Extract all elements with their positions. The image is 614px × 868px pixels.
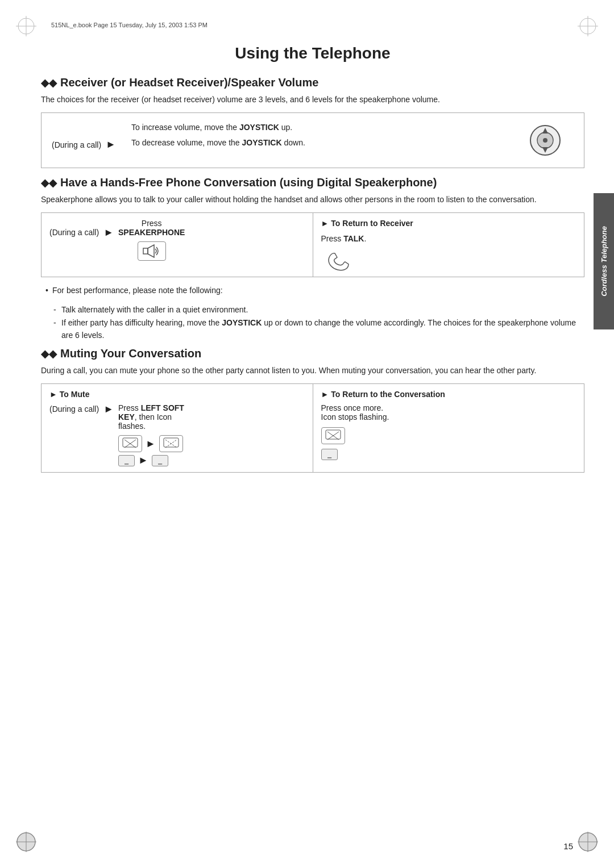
mute-icons-row: ► [118,435,184,452]
section3-diamonds: ◆◆ [41,348,57,360]
section2-heading: ◆◆ Have a Hands-Free Phone Conversation … [41,176,584,189]
section3-instructions: Press LEFT SOFT KEY, then Icon flashes. [118,403,184,466]
section3-heading-text: Muting Your Conversation [60,347,201,360]
corner-mark-tl [16,16,36,36]
page-number: 15 [563,841,573,851]
section3-box: ► To Mute (During a call) ► Press LEFT S… [41,383,584,473]
section3-arrow2: ► [146,438,156,450]
section3-arrow: ► [103,403,114,415]
section2-bullets: For best performance, please note the fo… [41,284,584,297]
page-title: Using the Telephone [41,44,584,62]
joystick-illustration [517,120,574,161]
page-container: 515NL_e.book Page 15 Tuesday, July 15, 2… [0,0,614,868]
section1-diamonds: ◆◆ [41,77,57,89]
section1-box: (During a call) ► To increase volume, mo… [41,112,584,168]
section3-box-left: ► To Mute (During a call) ► Press LEFT S… [41,383,313,473]
section1-during-label: (During a call) ► [52,120,120,153]
section2-sub-heading: ► To Return to Receiver [321,219,576,228]
mute-icon-1 [118,435,142,452]
file-info: 515NL_e.book Page 15 Tuesday, July 15, 2… [51,22,208,28]
side-tab-label: Cordless Telephone [600,226,608,297]
section2-speakerphone-content: Press SPEAKERPHONE [118,219,185,261]
press-talk-area: Press TALK. [321,232,576,246]
softkey-row: ⎯ ► ⎯ [118,454,184,466]
dash-item-1: Talk alternately with the caller in a qu… [53,303,584,316]
section1-desc: The choices for the receiver (or headset… [41,94,584,106]
softkey-right: ⎯ [321,449,338,460]
section3-desc: During a call, you can mute your phone s… [41,365,584,377]
section2-during: (During a call) [49,219,99,237]
section1-heading-text: Receiver (or Headset Receiver)/Speaker V… [60,76,318,89]
section2-box-left: (During a call) ► Press SPEAKERPHONE [41,212,313,277]
section3-box-right: ► To Return to the Conversation Press on… [313,383,585,473]
section3-right-icons: ⎯ [321,427,576,460]
mute-icon-2 [159,435,183,452]
corner-mark-tr [578,16,598,36]
mute-icon-single [321,427,345,444]
section3-right-line1: Press once more. [321,403,576,412]
main-content: Using the Telephone ◆◆ Receiver (or Head… [41,39,584,834]
section3-left-content: (During a call) ► Press LEFT SOFT KEY, t… [49,403,305,466]
talk-icon-area [321,251,576,271]
svg-rect-17 [143,248,148,254]
corner-mark-bl [16,832,36,852]
corner-mark-br [578,832,598,852]
svg-marker-18 [148,245,154,257]
speakerphone-icon [138,241,166,261]
svg-rect-25 [326,430,341,439]
softkey-arrow: ► [138,454,148,466]
side-tab: Cordless Telephone [594,193,614,329]
section2-box-right: ► To Return to Receiver Press TALK. [313,212,585,277]
svg-rect-19 [123,438,138,447]
softkey-1: ⎯ [118,455,135,466]
section1-heading: ◆◆ Receiver (or Headset Receiver)/Speake… [41,76,584,89]
bullet-intro: For best performance, please note the fo… [45,284,584,297]
section2-dashes: Talk alternately with the caller in a qu… [41,303,584,341]
section3-right-line2: Icon stops flashing. [321,412,576,422]
section3-left-sub: ► To Mute [49,390,305,399]
softkey-2: ⎯ [152,455,168,466]
section2-heading-text: Have a Hands-Free Phone Conversation (us… [60,176,437,189]
section3-during: (During a call) [49,403,99,414]
section3-right-sub: ► To Return to the Conversation [321,390,576,399]
section1-instructions: To increase volume, move the JOYSTICK up… [131,120,505,150]
svg-point-16 [543,138,547,143]
dash-item-2: If either party has difficulty hearing, … [53,316,584,342]
svg-rect-22 [164,438,179,447]
section3-heading: ◆◆ Muting Your Conversation [41,347,584,360]
section2-diamonds: ◆◆ [41,177,57,189]
section2-desc: Speakerphone allows you to talk to your … [41,194,584,206]
section2-arrow: ► [103,219,114,239]
section2-box: (During a call) ► Press SPEAKERPHONE [41,212,584,277]
